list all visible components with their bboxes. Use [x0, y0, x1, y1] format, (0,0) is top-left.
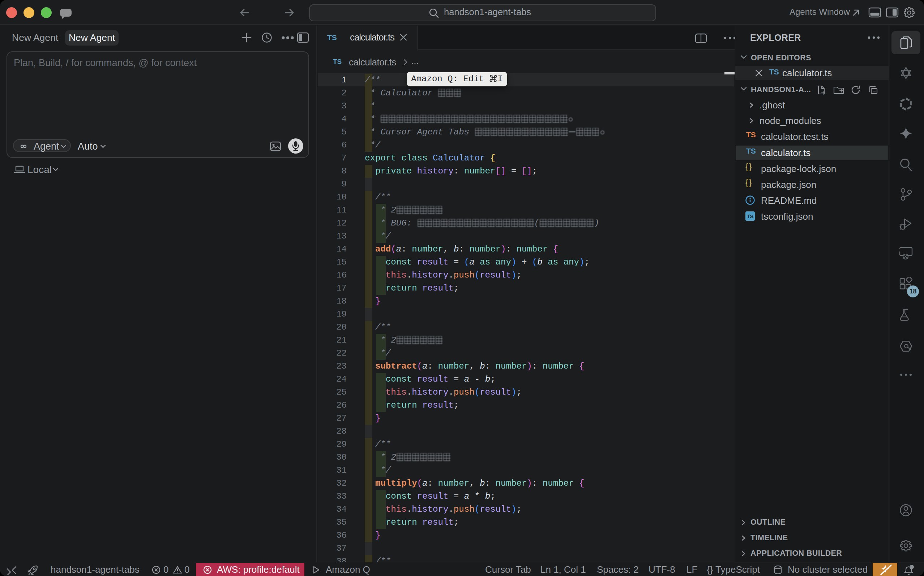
svg-text:TS: TS	[746, 213, 753, 219]
